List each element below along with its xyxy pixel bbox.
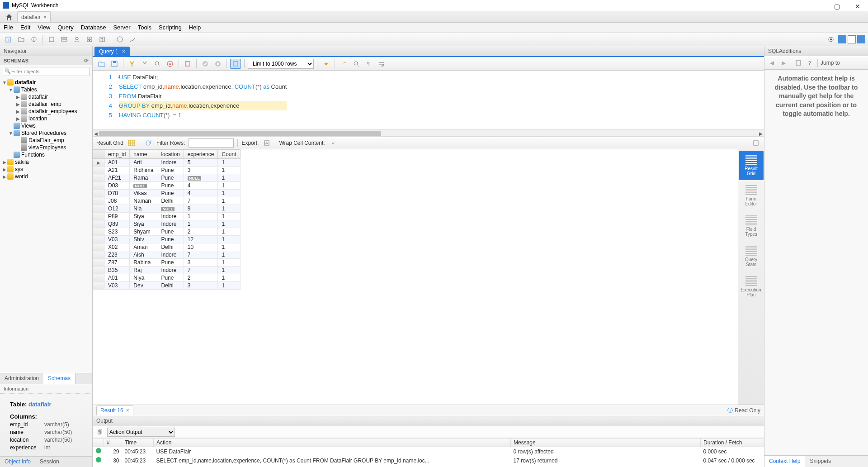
menu-help[interactable]: Help — [189, 24, 201, 31]
refresh-icon[interactable]: ⟳ — [84, 57, 89, 64]
commit-icon[interactable] — [200, 59, 211, 69]
export-icon[interactable] — [262, 138, 271, 148]
query-tab[interactable]: Query 1 × — [94, 47, 130, 56]
filter-input[interactable] — [3, 67, 90, 76]
client-connections-icon[interactable] — [58, 34, 70, 45]
views-node[interactable]: Views — [0, 122, 92, 129]
explain-icon[interactable] — [152, 59, 163, 69]
tab-session[interactable]: Session — [35, 457, 64, 467]
tab-snippets[interactable]: Snippets — [805, 456, 835, 467]
stop-icon[interactable] — [165, 59, 175, 69]
forward-icon[interactable]: ▶ — [779, 58, 788, 67]
execute-current-icon[interactable] — [139, 59, 150, 69]
execute-icon[interactable] — [127, 59, 137, 69]
table-row[interactable]: S23ShyamPune21 — [93, 228, 241, 236]
toggle-left-pane-icon[interactable] — [838, 35, 846, 43]
favorite-icon[interactable]: ★ — [321, 59, 331, 69]
table-row[interactable]: Z87RabinaPune31 — [93, 259, 241, 267]
rail-form-editor[interactable]: Form Editor — [739, 181, 764, 210]
new-sql-tab-icon[interactable]: + — [3, 34, 14, 45]
pin-result-icon[interactable] — [751, 138, 760, 148]
users-icon[interactable] — [71, 34, 83, 45]
rollback-icon[interactable] — [212, 59, 223, 69]
invisible-chars-icon[interactable]: ¶ — [363, 59, 374, 69]
close-connection-icon[interactable]: × — [43, 14, 47, 20]
back-icon[interactable]: ◀ — [767, 58, 776, 67]
table-row[interactable]: X02AmanDelhi101 — [93, 243, 241, 251]
minimize-button[interactable]: — — [806, 0, 826, 13]
column-header[interactable]: name — [130, 150, 157, 159]
functions-node[interactable]: Functions — [0, 151, 92, 158]
table-row[interactable]: Q89SiyaIndore11 — [93, 220, 241, 228]
stored-procedures-node[interactable]: ▼Stored Procedures — [0, 129, 92, 137]
filter-rows-input[interactable] — [189, 138, 234, 148]
menu-scripting[interactable]: Scripting — [159, 24, 182, 31]
menu-edit[interactable]: Edit — [20, 24, 30, 31]
open-file-icon[interactable] — [96, 59, 107, 69]
db-node[interactable]: ▼dataflair — [0, 79, 92, 86]
close-query-tab-icon[interactable]: × — [122, 48, 126, 55]
table-row[interactable]: A21RidhimaPune31 — [93, 167, 241, 174]
server-status-icon[interactable] — [46, 34, 57, 45]
maximize-button[interactable]: ▢ — [826, 0, 847, 13]
toggle-right-pane-icon[interactable] — [857, 35, 865, 43]
column-header[interactable]: location — [157, 150, 184, 159]
data-export-icon[interactable] — [84, 34, 95, 45]
toggle-whitespace-icon[interactable] — [230, 59, 241, 69]
open-sql-file-icon[interactable] — [15, 34, 27, 45]
db-node[interactable]: ▶sakila — [0, 158, 92, 166]
output-grid[interactable]: #TimeActionMessageDuration / Fetch2900:4… — [93, 438, 764, 467]
rail-query-stats[interactable]: Query Stats — [739, 242, 764, 271]
menu-file[interactable]: File — [4, 24, 13, 31]
scroll-right-icon[interactable]: ▶ — [758, 130, 764, 137]
table-row[interactable]: B35RajIndore71 — [93, 267, 241, 274]
table-item[interactable]: ▶location — [0, 115, 92, 122]
tab-context-help[interactable]: Context Help — [764, 456, 805, 467]
performance-icon[interactable] — [127, 34, 138, 45]
rail-execution-plan[interactable]: Execution Plan — [739, 272, 764, 301]
table-item[interactable]: ▶dataflair_employees — [0, 108, 92, 115]
table-row[interactable]: P89SiyaIndore11 — [93, 213, 241, 220]
menu-database[interactable]: Database — [81, 24, 106, 31]
sp-item[interactable]: DataFlair_emp — [0, 137, 92, 144]
close-result-tab-icon[interactable]: × — [126, 407, 129, 414]
dashboard-icon[interactable] — [114, 34, 126, 45]
rail-result-grid[interactable]: Result Grid — [739, 151, 764, 180]
save-file-icon[interactable] — [109, 59, 120, 69]
inspector-icon[interactable]: i — [28, 34, 40, 45]
limit-rows-dropdown[interactable]: Limit to 1000 rows — [248, 59, 314, 69]
sp-item[interactable]: viewEmployees — [0, 144, 92, 151]
table-row[interactable]: J08NamanDelhi71 — [93, 197, 241, 205]
menu-server[interactable]: Server — [113, 24, 130, 31]
clear-output-icon[interactable]: 🗐 — [95, 428, 104, 437]
scroll-left-icon[interactable]: ◀ — [93, 130, 99, 137]
tab-object-info[interactable]: Object Info — [0, 457, 35, 467]
tables-node[interactable]: ▼Tables — [0, 86, 92, 93]
manual-help-icon[interactable]: ? — [806, 58, 815, 67]
menu-tools[interactable]: Tools — [138, 24, 151, 31]
output-row[interactable]: 3000:45:23SELECT emp_id,name,location,ex… — [93, 456, 764, 465]
table-row[interactable]: ▶A01ArtiIndore51 — [93, 159, 241, 167]
result-grid[interactable]: emp_idnamelocationexperienceCount▶A01Art… — [93, 149, 738, 405]
table-row[interactable]: D03NULLPune41 — [93, 182, 241, 190]
beautify-icon[interactable] — [338, 59, 349, 69]
table-item[interactable]: ▶dataflair_emp — [0, 100, 92, 108]
data-import-icon[interactable] — [96, 34, 108, 45]
toggle-autocommit-icon[interactable] — [182, 59, 193, 69]
sql-editor[interactable]: 12345 USE DataFlair;SELECT emp_id,name,l… — [93, 71, 764, 129]
connection-tab[interactable]: dataflair × — [17, 11, 51, 22]
output-row[interactable]: 2900:45:23USE DataFlair0 row(s) affected… — [93, 447, 764, 456]
settings-icon[interactable] — [825, 34, 837, 45]
wrap-cell-icon[interactable]: ⤶ — [329, 138, 338, 148]
editor-scrollbar[interactable]: ◀ ▶ — [93, 129, 764, 137]
table-row[interactable]: Z23AishIndore71 — [93, 251, 241, 259]
wrap-icon[interactable] — [376, 59, 387, 69]
auto-help-icon[interactable] — [794, 58, 803, 67]
table-item[interactable]: ▶dataflair — [0, 93, 92, 100]
tab-administration[interactable]: Administration — [0, 373, 43, 384]
find-icon[interactable] — [351, 59, 362, 69]
menu-view[interactable]: View — [38, 24, 50, 31]
toggle-bottom-pane-icon[interactable] — [848, 35, 856, 43]
table-row[interactable]: O12NiaNULL91 — [93, 205, 241, 213]
result-tab[interactable]: Result 16× — [96, 405, 133, 415]
